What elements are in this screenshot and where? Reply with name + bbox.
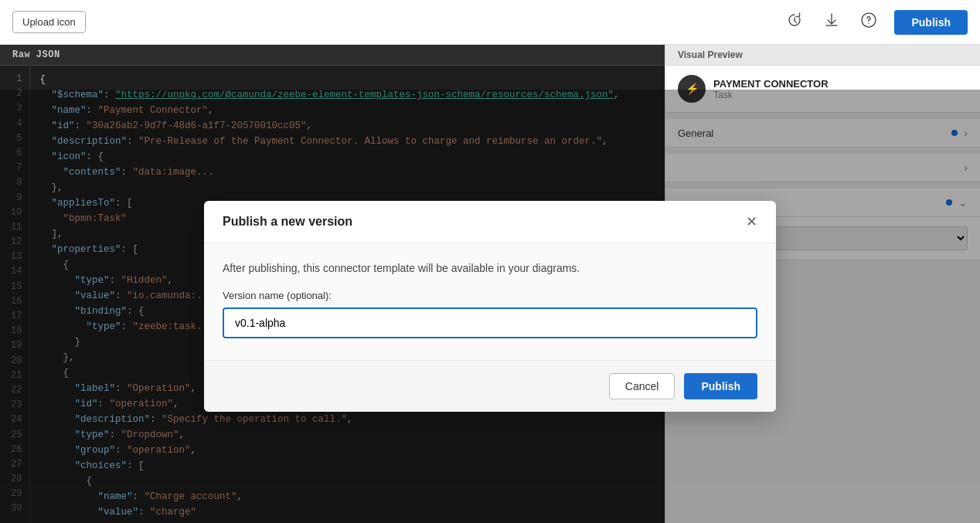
publish-modal: Publish a new version ✕ After publishing… — [204, 201, 776, 412]
cancel-button[interactable]: Cancel — [609, 373, 675, 399]
preview-panel-header: Visual Preview — [665, 45, 980, 66]
upload-icon-button[interactable]: Upload icon — [12, 11, 86, 33]
json-panel-header: Raw JSON — [0, 45, 665, 66]
modal-header: Publish a new version ✕ — [204, 201, 776, 243]
modal-footer: Cancel Publish — [204, 360, 776, 412]
modal-close-button[interactable]: ✕ — [746, 215, 757, 229]
modal-publish-button[interactable]: Publish — [684, 373, 757, 399]
modal-body: After publishing, this connector templat… — [204, 243, 776, 360]
toolbar-right: Publish — [783, 8, 968, 36]
toolbar: Upload icon Publish — [0, 0, 980, 45]
version-input[interactable] — [223, 307, 757, 338]
version-label: Version name (optional): — [223, 290, 757, 301]
toolbar-left: Upload icon — [12, 11, 86, 33]
modal-overlay: Publish a new version ✕ After publishing… — [0, 90, 980, 523]
download-icon[interactable] — [820, 8, 843, 36]
help-icon[interactable] — [857, 8, 880, 36]
modal-description: After publishing, this connector templat… — [223, 262, 757, 274]
history-icon[interactable] — [783, 8, 806, 36]
publish-button[interactable]: Publish — [894, 10, 968, 35]
svg-point-1 — [869, 23, 870, 25]
connector-name: PAYMENT CONNECTOR — [713, 78, 829, 90]
main-layout: Raw JSON 1234567891011121314151617181920… — [0, 45, 980, 523]
modal-title: Publish a new version — [223, 215, 352, 229]
